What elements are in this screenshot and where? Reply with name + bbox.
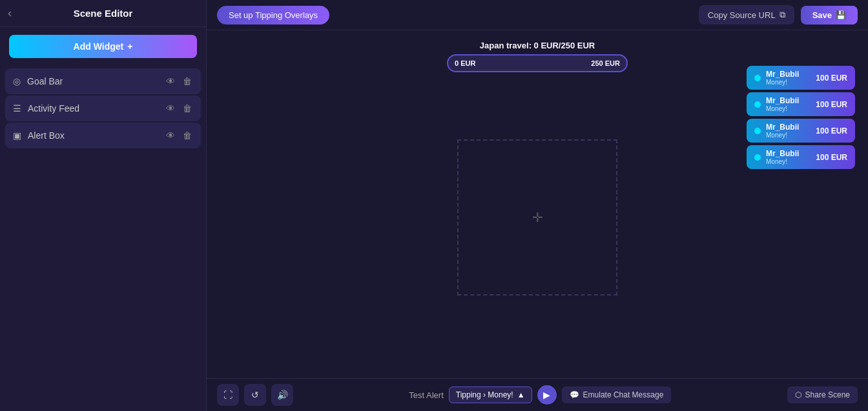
main-header: Set up Tipping Overlays Copy Source URL …: [207, 0, 868, 30]
send-icon: ▶: [543, 390, 550, 400]
goal-bar-widget: Japan travel: 0 EUR/250 EUR 0 EUR 250 EU…: [447, 41, 628, 72]
mute-button[interactable]: 🔊: [271, 384, 293, 406]
copy-source-url-button[interactable]: Copy Source URL ⧉: [699, 5, 794, 25]
copy-icon: ⧉: [780, 10, 785, 20]
activity-card-1: Mr_Bubii Money! 100 EUR: [747, 66, 855, 90]
emulate-chat-button[interactable]: 💬 Emulate Chat Message: [562, 386, 672, 403]
test-alert-label: Test Alert: [409, 390, 443, 400]
chat-icon: 💬: [570, 390, 579, 399]
reset-button[interactable]: ↺: [244, 384, 266, 406]
goal-bar-visibility-button[interactable]: 👁: [165, 75, 176, 88]
save-button[interactable]: Save 💾: [801, 6, 858, 25]
activity-card-2: Mr_Bubii Money! 100 EUR: [747, 92, 855, 116]
activity-card-name-2: Mr_Bubii: [766, 96, 811, 105]
activity-card-amount-4: 100 EUR: [816, 153, 847, 162]
goal-bar-right-label: 250 EUR: [591, 59, 620, 67]
move-icon: ✛: [532, 210, 543, 225]
save-icon: 💾: [836, 10, 846, 20]
emulate-chat-label: Emulate Chat Message: [583, 390, 664, 399]
test-alert-send-button[interactable]: ▶: [537, 385, 557, 405]
activity-card-name-4: Mr_Bubii: [766, 149, 811, 158]
activity-feed-icon: ☰: [13, 103, 21, 114]
sidebar-title: Scene Editor: [74, 8, 133, 19]
eye-icon: 👁: [166, 76, 175, 86]
alert-box-canvas[interactable]: ✛: [457, 139, 617, 296]
header-actions: Copy Source URL ⧉ Save 💾: [699, 5, 858, 25]
activity-card-dot-1: [754, 75, 761, 81]
activity-card-msg-2: Money!: [766, 105, 811, 112]
delete-icon: 🗑: [183, 130, 192, 141]
activity-card-amount-2: 100 EUR: [816, 100, 847, 109]
footer-center-controls: Test Alert Tipping › Money! ▲ ▶ 💬 Emulat…: [409, 385, 671, 405]
tipping-overlays-label: Set up Tipping Overlays: [229, 10, 318, 20]
add-icon: +: [127, 41, 132, 52]
chevron-up-icon: ▲: [517, 390, 525, 399]
widget-item-alert-box[interactable]: ▣ Alert Box 👁 🗑: [5, 123, 201, 148]
activity-feed-label: Activity Feed: [28, 103, 79, 114]
share-scene-label: Share Scene: [805, 390, 850, 399]
alert-box-delete-button[interactable]: 🗑: [181, 129, 193, 142]
goal-bar-track: 0 EUR 250 EUR: [447, 54, 628, 72]
goal-bar-label: Goal Bar: [27, 76, 63, 86]
widget-item-goal-bar[interactable]: ◎ Goal Bar 👁 🗑: [5, 68, 201, 94]
eye-icon: 👁: [166, 130, 175, 141]
copy-source-url-label: Copy Source URL: [708, 10, 776, 20]
add-widget-label: Add Widget: [74, 41, 124, 52]
activity-card-name-3: Mr_Bubii: [766, 123, 811, 132]
goal-bar-icon: ◎: [13, 76, 21, 86]
test-alert-dropdown[interactable]: Tipping › Money! ▲: [449, 386, 532, 403]
activity-card-dot-4: [754, 154, 761, 161]
widget-list: ◎ Goal Bar 👁 🗑 ☰ Activity Feed 👁: [0, 66, 206, 151]
sidebar: ‹ Scene Editor Add Widget + ◎ Goal Bar 👁…: [0, 0, 207, 411]
alert-box-visibility-button[interactable]: 👁: [165, 129, 176, 142]
delete-icon: 🗑: [183, 76, 192, 86]
activity-feed-cards: Mr_Bubii Money! 100 EUR Mr_Bubii Money! …: [747, 66, 855, 169]
save-label: Save: [812, 10, 832, 20]
sidebar-header: ‹ Scene Editor: [0, 0, 206, 27]
resize-button[interactable]: ⛶: [217, 384, 239, 406]
add-widget-button[interactable]: Add Widget +: [9, 35, 197, 58]
footer-toolbar: ⛶ ↺ 🔊 Test Alert Tipping › Money! ▲ ▶ 💬 …: [207, 378, 868, 411]
sidebar-back-button[interactable]: ‹: [8, 6, 12, 20]
footer-left-controls: ⛶ ↺ 🔊: [217, 384, 293, 406]
test-alert-value: Tipping › Money!: [456, 390, 513, 399]
eye-icon: 👁: [166, 103, 175, 114]
goal-bar-left-label: 0 EUR: [455, 59, 475, 67]
resize-icon: ⛶: [223, 390, 232, 400]
activity-card-amount-3: 100 EUR: [816, 126, 847, 135]
goal-bar-title: Japan travel: 0 EUR/250 EUR: [480, 41, 595, 50]
activity-card-name-1: Mr_Bubii: [766, 70, 811, 79]
activity-feed-delete-button[interactable]: 🗑: [181, 102, 193, 115]
activity-card-msg-3: Money!: [766, 132, 811, 139]
share-scene-button[interactable]: ⬡ Share Scene: [787, 386, 858, 403]
alert-box-label: Alert Box: [28, 130, 65, 141]
activity-card-msg-1: Money!: [766, 79, 811, 86]
widget-item-activity-feed[interactable]: ☰ Activity Feed 👁 🗑: [5, 95, 201, 121]
reset-icon: ↺: [251, 390, 259, 400]
activity-card-3: Mr_Bubii Money! 100 EUR: [747, 119, 855, 143]
activity-card-dot-3: [754, 128, 761, 134]
activity-feed-visibility-button[interactable]: 👁: [165, 102, 176, 115]
tipping-overlays-button[interactable]: Set up Tipping Overlays: [217, 6, 329, 25]
activity-card-amount-1: 100 EUR: [816, 74, 847, 83]
delete-icon: 🗑: [183, 103, 192, 114]
activity-card-msg-4: Money!: [766, 158, 811, 165]
back-icon: ‹: [8, 6, 12, 20]
canvas-area: Japan travel: 0 EUR/250 EUR 0 EUR 250 EU…: [207, 30, 868, 378]
mute-icon: 🔊: [277, 390, 288, 400]
goal-bar-delete-button[interactable]: 🗑: [181, 75, 193, 88]
main-content: Set up Tipping Overlays Copy Source URL …: [207, 0, 868, 411]
activity-card-dot-2: [754, 101, 761, 108]
activity-card-4: Mr_Bubii Money! 100 EUR: [747, 145, 855, 169]
share-icon: ⬡: [795, 390, 801, 399]
alert-box-icon: ▣: [13, 130, 21, 141]
